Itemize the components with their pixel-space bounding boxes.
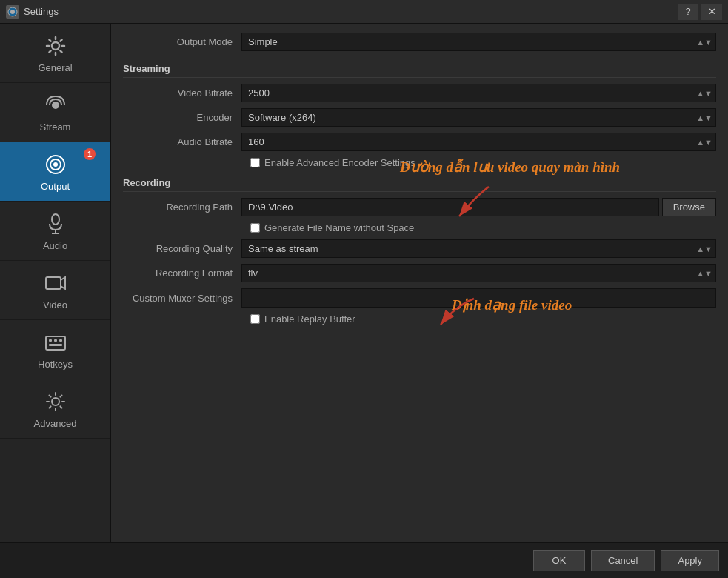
enable-advanced-checkbox[interactable]	[250, 158, 260, 167]
sidebar-item-video[interactable]: Video	[0, 261, 110, 320]
recording-format-select[interactable]: flv	[242, 265, 715, 282]
cancel-button[interactable]: Cancel	[591, 550, 655, 571]
svg-point-2	[52, 42, 59, 50]
sidebar-label-advanced: Advanced	[34, 418, 77, 429]
main-layout: General Stream 1 Output	[0, 24, 728, 542]
custom-muxer-input[interactable]	[241, 288, 716, 308]
sidebar-item-output[interactable]: 1 Output	[0, 142, 110, 202]
sidebar-label-video: Video	[43, 299, 67, 310]
recording-format-row: Recording Format flv ▲▼	[123, 264, 716, 282]
custom-muxer-row: Custom Muxer Settings	[123, 288, 716, 308]
stream-icon	[42, 92, 69, 119]
ok-button[interactable]: OK	[533, 550, 585, 571]
title-bar: Settings ? ✕	[0, 0, 728, 24]
svg-point-6	[53, 162, 58, 167]
enable-advanced-encoder-row: Enable Advanced Encoder Settings	[250, 157, 716, 168]
svg-point-17	[52, 398, 59, 405]
custom-muxer-label: Custom Muxer Settings	[123, 293, 241, 304]
streaming-section-header: Streaming	[123, 60, 716, 78]
audio-bitrate-select[interactable]: 160	[242, 133, 715, 150]
svg-rect-14	[54, 339, 57, 342]
gear-icon	[42, 33, 69, 59]
apply-button[interactable]: Apply	[661, 550, 719, 571]
recording-quality-row: Recording Quality Same as stream ▲▼	[123, 239, 716, 258]
recording-quality-label: Recording Quality	[123, 243, 241, 254]
video-bitrate-wrapper[interactable]: 2500 ▲▼	[241, 84, 716, 102]
encoder-row: Encoder Software (x264) ▲▼	[123, 108, 716, 127]
encoder-wrapper[interactable]: Software (x264) ▲▼	[241, 108, 716, 127]
window-title: Settings	[24, 6, 678, 17]
sidebar-item-stream[interactable]: Stream	[0, 83, 110, 142]
generate-filename-label[interactable]: Generate File Name without Space	[264, 222, 414, 233]
enable-replay-checkbox[interactable]	[250, 314, 260, 324]
recording-section-header: Recording	[123, 174, 716, 192]
output-mode-select-wrapper[interactable]: Simple Advanced ▲▼	[241, 33, 716, 51]
sidebar-item-general[interactable]: General	[0, 24, 110, 83]
sidebar-label-stream: Stream	[40, 122, 71, 133]
sidebar-item-hotkeys[interactable]: Hotkeys	[0, 320, 110, 379]
close-button[interactable]: ✕	[701, 4, 722, 20]
svg-marker-11	[61, 277, 65, 289]
recording-format-label: Recording Format	[123, 268, 241, 279]
video-bitrate-row: Video Bitrate 2500 ▲▼	[123, 84, 716, 102]
svg-point-7	[52, 214, 59, 225]
svg-rect-15	[59, 339, 62, 342]
svg-point-1	[10, 10, 15, 14]
recording-path-label: Recording Path	[123, 202, 241, 213]
output-mode-select[interactable]: Simple Advanced	[242, 33, 715, 50]
video-bitrate-select[interactable]: 2500	[242, 84, 715, 102]
enable-replay-row: Enable Replay Buffer	[250, 313, 716, 325]
hotkeys-icon	[42, 329, 69, 356]
sidebar-label-hotkeys: Hotkeys	[38, 359, 73, 370]
svg-rect-13	[49, 339, 52, 342]
sidebar-label-general: General	[38, 62, 72, 73]
recording-path-row: Recording Path Browse	[123, 198, 716, 216]
sidebar-item-advanced[interactable]: Advanced	[0, 379, 110, 439]
app-icon	[6, 5, 19, 19]
video-bitrate-label: Video Bitrate	[123, 87, 241, 99]
output-icon	[42, 151, 69, 178]
bottom-bar: OK Cancel Apply	[0, 542, 728, 578]
output-mode-row: Output Mode Simple Advanced ▲▼	[123, 33, 716, 51]
recording-format-wrapper[interactable]: flv ▲▼	[241, 264, 716, 282]
advanced-icon	[42, 388, 69, 415]
recording-quality-select[interactable]: Same as stream	[242, 240, 715, 257]
encoder-select[interactable]: Software (x264)	[242, 109, 715, 126]
audio-bitrate-label: Audio Bitrate	[123, 136, 241, 147]
sidebar-label-audio: Audio	[43, 240, 67, 251]
audio-bitrate-row: Audio Bitrate 160 ▲▼	[123, 133, 716, 151]
help-button[interactable]: ?	[678, 4, 698, 20]
generate-filename-checkbox[interactable]	[250, 223, 260, 233]
encoder-label: Encoder	[123, 112, 241, 123]
enable-advanced-label[interactable]: Enable Advanced Encoder Settings	[264, 157, 415, 168]
browse-button[interactable]: Browse	[662, 198, 716, 216]
content-area: Output Mode Simple Advanced ▲▼ Streaming…	[111, 24, 728, 542]
video-icon	[42, 270, 69, 296]
recording-quality-wrapper[interactable]: Same as stream ▲▼	[241, 239, 716, 258]
enable-replay-label[interactable]: Enable Replay Buffer	[264, 313, 355, 325]
output-badge: 1	[84, 148, 96, 160]
sidebar: General Stream 1 Output	[0, 24, 111, 542]
svg-rect-12	[46, 336, 65, 350]
sidebar-item-audio[interactable]: Audio	[0, 202, 110, 261]
audio-icon	[42, 210, 69, 237]
svg-rect-10	[46, 277, 61, 289]
output-mode-label: Output Mode	[123, 36, 241, 47]
recording-path-input[interactable]	[241, 198, 659, 216]
generate-filename-row: Generate File Name without Space	[250, 222, 716, 233]
sidebar-label-output: Output	[41, 181, 70, 192]
audio-bitrate-wrapper[interactable]: 160 ▲▼	[241, 133, 716, 151]
window-controls: ? ✕	[678, 4, 722, 20]
svg-point-3	[52, 102, 59, 109]
svg-rect-16	[49, 344, 62, 346]
